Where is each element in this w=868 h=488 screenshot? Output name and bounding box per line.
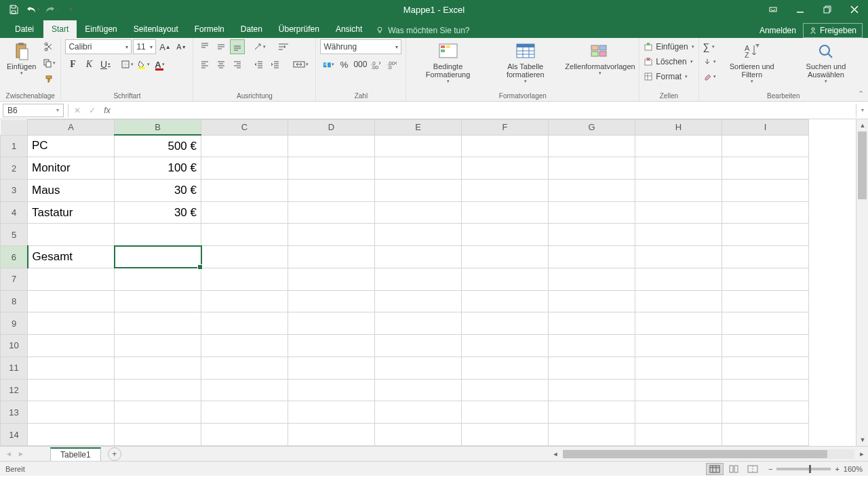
- row-header-11[interactable]: 11: [1, 357, 28, 379]
- cell-A9[interactable]: [28, 312, 115, 335]
- increase-decimal-button[interactable]: ,0,00: [369, 57, 384, 72]
- cell-C14[interactable]: [201, 424, 288, 446]
- scroll-down-button[interactable]: ▼: [856, 434, 868, 446]
- add-sheet-button[interactable]: +: [108, 447, 121, 461]
- cell-E3[interactable]: [375, 179, 462, 201]
- formula-input[interactable]: [115, 104, 856, 117]
- cell-E11[interactable]: [375, 357, 462, 379]
- col-header-F[interactable]: F: [462, 120, 549, 136]
- name-box[interactable]: B6▾: [3, 104, 64, 117]
- cell-G3[interactable]: [549, 179, 635, 201]
- cell-A5[interactable]: [28, 224, 115, 246]
- tab-review[interactable]: Überprüfen: [271, 20, 328, 38]
- shrink-font-button[interactable]: A▼: [174, 39, 189, 54]
- cell-D7[interactable]: [288, 268, 375, 290]
- tell-me-search[interactable]: Was möchten Sie tun?: [370, 23, 475, 38]
- cell-F1[interactable]: [462, 135, 549, 157]
- align-left-button[interactable]: [197, 57, 212, 72]
- row-header-1[interactable]: 1: [1, 135, 28, 157]
- cell-B7[interactable]: [115, 268, 201, 290]
- align-center-button[interactable]: [214, 57, 229, 72]
- scroll-right-button[interactable]: ►: [856, 448, 868, 460]
- tab-insert[interactable]: Einfügen: [77, 20, 125, 38]
- decrease-decimal-button[interactable]: ,00,0: [385, 57, 400, 72]
- cell-I3[interactable]: [722, 179, 809, 201]
- cell-B12[interactable]: [115, 379, 201, 401]
- cell-G7[interactable]: [549, 268, 635, 290]
- cell-C6[interactable]: [201, 246, 288, 268]
- cell-B10[interactable]: [115, 335, 201, 357]
- col-header-E[interactable]: E: [375, 120, 462, 136]
- cell-H9[interactable]: [635, 312, 722, 335]
- cell-I14[interactable]: [722, 424, 809, 446]
- cell-F5[interactable]: [462, 224, 549, 246]
- fill-button[interactable]: ▾: [703, 54, 716, 69]
- number-format-combo[interactable]: Währung▾: [320, 39, 401, 54]
- font-color-button[interactable]: A▾: [152, 57, 167, 72]
- underline-button[interactable]: U▾: [98, 57, 113, 72]
- col-header-H[interactable]: H: [635, 120, 722, 136]
- cell-E1[interactable]: [375, 135, 462, 157]
- horizontal-scrollbar[interactable]: ◄ ►: [549, 448, 868, 460]
- cell-H4[interactable]: [635, 201, 722, 224]
- cell-I5[interactable]: [722, 224, 809, 246]
- collapse-ribbon-button[interactable]: ⌃: [858, 89, 864, 98]
- format-painter-button[interactable]: [41, 72, 56, 87]
- signin-link[interactable]: Anmelden: [760, 26, 796, 35]
- cell-G9[interactable]: [549, 312, 635, 335]
- cell-I10[interactable]: [722, 335, 809, 357]
- row-header-8[interactable]: 8: [1, 290, 28, 312]
- zoom-out-button[interactable]: −: [768, 465, 772, 473]
- cut-button[interactable]: [41, 39, 56, 54]
- cell-B3[interactable]: 30 €: [115, 179, 201, 201]
- align-bottom-button[interactable]: [230, 39, 245, 54]
- cell-F4[interactable]: [462, 201, 549, 224]
- cell-I13[interactable]: [722, 401, 809, 424]
- cell-A8[interactable]: [28, 290, 115, 312]
- cell-B2[interactable]: 100 €: [115, 157, 201, 180]
- delete-cells-button[interactable]: Löschen▾: [644, 54, 694, 69]
- cell-G10[interactable]: [549, 335, 635, 357]
- find-select-button[interactable]: Suchen und Auswählen▾: [788, 39, 864, 85]
- insert-cells-button[interactable]: Einfügen▾: [644, 39, 694, 54]
- fill-color-button[interactable]: ▾: [136, 57, 151, 72]
- cell-H2[interactable]: [635, 157, 722, 180]
- cell-H11[interactable]: [635, 357, 722, 379]
- redo-button[interactable]: ▾: [43, 1, 60, 18]
- row-header-3[interactable]: 3: [1, 179, 28, 201]
- cell-B1[interactable]: 500 €: [115, 135, 201, 157]
- cell-A2[interactable]: Monitor: [28, 157, 115, 180]
- cell-I2[interactable]: [722, 157, 809, 180]
- col-header-C[interactable]: C: [201, 120, 288, 136]
- conditional-formatting-button[interactable]: Bedingte Formatierung▾: [410, 39, 485, 85]
- cell-G6[interactable]: [549, 246, 635, 268]
- decrease-indent-button[interactable]: [252, 57, 267, 72]
- cell-A11[interactable]: [28, 357, 115, 379]
- cell-C3[interactable]: [201, 179, 288, 201]
- row-header-2[interactable]: 2: [1, 157, 28, 180]
- cell-H8[interactable]: [635, 290, 722, 312]
- row-header-6[interactable]: 6: [1, 246, 28, 268]
- cell-D6[interactable]: [288, 246, 375, 268]
- hscroll-thumb[interactable]: [563, 450, 827, 458]
- close-button[interactable]: [841, 0, 868, 19]
- cell-E9[interactable]: [375, 312, 462, 335]
- cell-C4[interactable]: [201, 201, 288, 224]
- tab-pagelayout[interactable]: Seitenlayout: [125, 20, 186, 38]
- cell-E2[interactable]: [375, 157, 462, 180]
- cell-F2[interactable]: [462, 157, 549, 180]
- cell-I6[interactable]: [722, 246, 809, 268]
- row-header-9[interactable]: 9: [1, 312, 28, 335]
- cell-F12[interactable]: [462, 379, 549, 401]
- clear-button[interactable]: ▾: [703, 69, 716, 84]
- col-header-I[interactable]: I: [722, 120, 809, 136]
- font-size-combo[interactable]: 11▾: [133, 39, 156, 54]
- cell-F8[interactable]: [462, 290, 549, 312]
- cell-B14[interactable]: [115, 424, 201, 446]
- cell-C5[interactable]: [201, 224, 288, 246]
- cell-G13[interactable]: [549, 401, 635, 424]
- row-header-13[interactable]: 13: [1, 401, 28, 424]
- sheet-nav-prev[interactable]: ◄: [4, 450, 14, 458]
- scroll-up-button[interactable]: ▲: [856, 119, 868, 131]
- cell-C11[interactable]: [201, 357, 288, 379]
